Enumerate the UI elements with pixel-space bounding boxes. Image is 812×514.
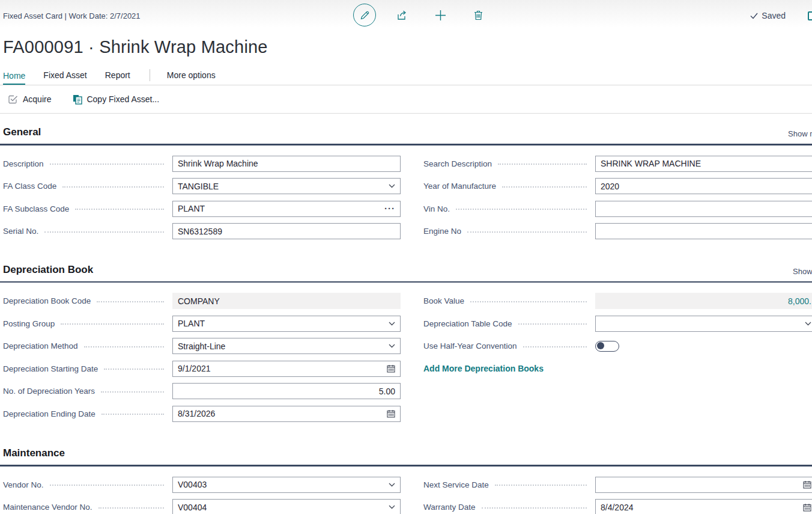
dotted-leader [50, 485, 164, 486]
book-value-label: Book Value [423, 296, 464, 305]
page-header: Fixed Asset Card | Work Date: 2/7/2021 [0, 0, 812, 32]
engine-no-input[interactable] [595, 223, 812, 239]
engine-no-label: Engine No [423, 227, 461, 236]
tab-separator [150, 69, 150, 81]
chevron-down-icon[interactable] [389, 505, 395, 509]
year-of-manufacture-label: Year of Manufacture [423, 182, 496, 191]
posting-group-select[interactable]: PLANT [172, 316, 401, 332]
depreciation-book-code-label: Depreciation Book Code [3, 296, 91, 305]
vin-no-input[interactable] [595, 201, 812, 217]
assist-edit-icon[interactable]: ··· [384, 206, 395, 212]
field-no-of-depreciation-years: No. of Depreciation Years 5.00 [3, 383, 401, 399]
dotted-leader [62, 186, 164, 188]
tab-more-options[interactable]: More options [167, 68, 216, 85]
show-more-link-depreciation[interactable]: Show more [793, 267, 812, 276]
year-of-manufacture-input[interactable]: 2020 [595, 178, 812, 194]
chevron-down-icon[interactable] [389, 184, 395, 188]
vendor-no-label: Vendor No. [3, 480, 44, 489]
detach-icon[interactable] [808, 11, 812, 20]
vin-no-label: Vin No. [423, 204, 450, 213]
chevron-down-icon[interactable] [389, 344, 395, 348]
depreciation-ending-date-label: Depreciation Ending Date [3, 409, 95, 418]
copy-fixed-asset-button[interactable]: Copy Fixed Asset... [73, 94, 159, 105]
dotted-leader [98, 507, 164, 509]
chevron-down-icon[interactable] [389, 322, 395, 326]
dotted-leader [482, 507, 587, 509]
page-title: FA000091 · Shrink Wrap Machine [0, 37, 812, 57]
half-year-convention-toggle[interactable] [595, 341, 619, 352]
check-icon [750, 13, 758, 19]
dotted-leader [104, 369, 164, 370]
tab-home[interactable]: Home [3, 69, 25, 85]
section-rule [0, 144, 812, 145]
section-depreciation-book: Depreciation Book Show more Depreciation… [0, 264, 812, 429]
new-button[interactable] [429, 4, 452, 26]
show-more-link-general[interactable]: Show more [788, 129, 812, 138]
section-general-title: General [3, 126, 41, 138]
fa-class-code-label: FA Class Code [3, 182, 56, 191]
use-half-year-convention-label: Use Half-Year Convention [423, 341, 517, 350]
chevron-down-icon[interactable] [805, 322, 811, 326]
depreciation-book-code-field: COMPANY [172, 293, 401, 309]
fa-class-code-select[interactable]: TANGIBLE [172, 178, 401, 194]
trash-icon [473, 10, 483, 20]
serial-no-label: Serial No. [3, 227, 38, 236]
field-description: Description Shrink Wrap Machine [3, 156, 401, 172]
calendar-icon[interactable] [803, 503, 811, 512]
maintenance-vendor-no-select[interactable]: V00404 [172, 499, 401, 514]
field-search-description: Search Description SHRINK WRAP MACHINE [423, 156, 812, 172]
dotted-leader [502, 186, 587, 188]
field-depreciation-ending-date: Depreciation Ending Date 8/31/2026 [3, 406, 401, 422]
depreciation-method-select[interactable]: Straight-Line [172, 338, 401, 354]
dotted-leader [495, 485, 587, 486]
field-year-of-manufacture: Year of Manufacture 2020 [423, 178, 812, 194]
field-depreciation-method: Depreciation Method Straight-Line [3, 338, 401, 354]
section-depreciation-title: Depreciation Book [3, 264, 93, 276]
calendar-icon[interactable] [803, 480, 811, 489]
depreciation-table-code-input[interactable] [595, 316, 812, 332]
edit-button[interactable] [353, 4, 376, 26]
field-serial-no: Serial No. SN6312589 [3, 223, 401, 239]
next-service-date-input[interactable] [595, 477, 812, 493]
depreciation-ending-date-input[interactable]: 8/31/2026 [172, 406, 401, 422]
no-of-depreciation-years-input[interactable]: 5.00 [172, 383, 401, 399]
serial-no-input[interactable]: SN6312589 [172, 223, 401, 239]
depreciation-starting-date-input[interactable]: 9/1/2021 [172, 361, 401, 377]
toggle-knob [597, 342, 604, 349]
fa-subclass-code-input[interactable]: PLANT ··· [172, 201, 401, 217]
save-status-label: Saved [762, 11, 786, 20]
add-more-depreciation-books-link[interactable]: Add More Depreciation Books [423, 364, 544, 373]
chevron-down-icon[interactable] [389, 483, 395, 487]
field-posting-group: Posting Group PLANT [3, 316, 401, 332]
share-button[interactable] [391, 4, 414, 26]
field-fa-subclass-code: FA Subclass Code PLANT ··· [3, 201, 401, 217]
field-depreciation-starting-date: Depreciation Starting Date 9/1/2021 [3, 361, 401, 377]
vendor-no-select[interactable]: V00403 [172, 477, 401, 493]
save-status: Saved [750, 11, 786, 20]
tab-report[interactable]: Report [105, 68, 130, 85]
field-next-service-date: Next Service Date [423, 477, 812, 493]
delete-button[interactable] [467, 4, 489, 26]
tab-fixed-asset[interactable]: Fixed Asset [43, 68, 86, 85]
calendar-icon[interactable] [387, 364, 395, 373]
calendar-icon[interactable] [387, 409, 395, 418]
acquire-checkbox-icon [8, 94, 19, 104]
description-input[interactable]: Shrink Wrap Machine [172, 156, 401, 172]
search-description-label: Search Description [423, 159, 492, 168]
dotted-leader [101, 391, 164, 393]
warranty-date-input[interactable]: 8/4/2024 [595, 499, 812, 514]
dotted-leader [75, 209, 164, 210]
search-description-input[interactable]: SHRINK WRAP MACHINE [595, 156, 812, 172]
dotted-leader [456, 209, 587, 210]
field-fa-class-code: FA Class Code TANGIBLE [3, 178, 401, 194]
plus-icon [435, 10, 446, 21]
menu-tab-bar: Home Fixed Asset Report More options [0, 68, 812, 85]
acquire-label: Acquire [23, 94, 51, 104]
book-value-field[interactable]: 8,000. [595, 293, 812, 309]
copy-fixed-asset-label: Copy Fixed Asset... [86, 94, 159, 104]
acquire-button[interactable]: Acquire [8, 94, 51, 104]
action-bar: Acquire Copy Fixed Asset... [0, 85, 812, 114]
copy-icon [73, 94, 82, 105]
section-maintenance: Maintenance Vendor No. V00403 Maintenanc… [0, 447, 812, 514]
field-warranty-date: Warranty Date 8/4/2024 [423, 499, 812, 514]
